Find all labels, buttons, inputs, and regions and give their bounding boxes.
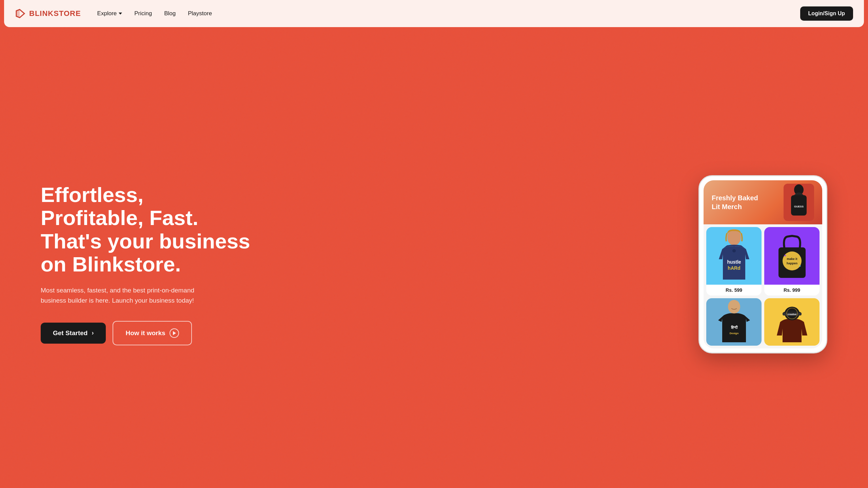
play-triangle xyxy=(173,331,176,335)
svg-point-13 xyxy=(728,300,740,313)
arrow-right-icon: › xyxy=(92,329,94,337)
navbar-left: BLINKSTORE Explore Pricing Blog Playstor… xyxy=(15,8,212,19)
hero-section: Effortless, Profitable, Fast. That's you… xyxy=(0,27,868,488)
product-price-1: Rs. 599 xyxy=(706,285,762,296)
product-card-4: creative xyxy=(764,298,820,346)
hero-buttons: Get Started › How it works xyxy=(41,321,251,345)
svg-text:creative: creative xyxy=(787,313,796,316)
svg-text:hARd: hARd xyxy=(728,265,740,271)
hero-subtext: Most seamless, fastest, and the best pri… xyxy=(41,285,203,306)
svg-point-4 xyxy=(732,249,736,252)
cap-product-icon: creative xyxy=(770,298,814,346)
phone-mockup: Freshly BakedLit Merch GUESS xyxy=(698,175,827,353)
nav-item-pricing[interactable]: Pricing xyxy=(134,10,152,17)
hoodie-silhouette-icon: GUESS xyxy=(784,184,814,221)
banner-figure: GUESS xyxy=(784,184,814,221)
nav-item-blog[interactable]: Blog xyxy=(164,10,176,17)
playstore-link[interactable]: Playstore xyxy=(188,10,212,17)
product-card-3: हिन्दी Design xyxy=(706,298,762,346)
svg-text:✦: ✦ xyxy=(799,265,801,268)
chevron-down-icon xyxy=(119,13,122,15)
product-price-2: Rs. 999 xyxy=(764,285,820,296)
logo[interactable]: BLINKSTORE xyxy=(15,8,81,19)
tote-bag-product-icon: make it happen ✦ ✦ xyxy=(770,227,814,285)
phone-banner: Freshly BakedLit Merch GUESS xyxy=(704,180,822,224)
svg-text:make it: make it xyxy=(787,257,797,261)
product-image-3: हिन्दी Design xyxy=(706,298,762,346)
navbar: BLINKSTORE Explore Pricing Blog Playstor… xyxy=(4,0,864,27)
nav-item-explore[interactable]: Explore xyxy=(97,10,122,17)
hoodie-product-icon: hustle hARd xyxy=(712,227,756,285)
phone-mockup-container: Freshly BakedLit Merch GUESS xyxy=(698,175,827,353)
phone-screen: Freshly BakedLit Merch GUESS xyxy=(704,180,822,348)
product-image-1: hustle hARd xyxy=(706,227,762,285)
explore-link[interactable]: Explore xyxy=(97,10,122,17)
nav-item-playstore[interactable]: Playstore xyxy=(188,10,212,17)
nav-links: Explore Pricing Blog Playstore xyxy=(97,10,212,17)
blinkstore-logo-icon xyxy=(15,8,26,19)
product-image-4: creative xyxy=(764,298,820,346)
logo-text: BLINKSTORE xyxy=(29,9,81,18)
pricing-link[interactable]: Pricing xyxy=(134,10,152,17)
tshirt-product-icon: हिन्दी Design xyxy=(712,298,756,346)
hero-content: Effortless, Profitable, Fast. That's you… xyxy=(41,183,251,345)
product-image-2: make it happen ✦ ✦ xyxy=(764,227,820,285)
svg-text:hustle: hustle xyxy=(727,259,741,265)
product-card-2: make it happen ✦ ✦ Rs. 999 xyxy=(764,227,820,296)
product-card-1: hustle hARd Rs. 599 xyxy=(706,227,762,296)
get-started-button[interactable]: Get Started › xyxy=(41,323,106,344)
svg-text:happen: happen xyxy=(786,262,797,265)
hero-headline: Effortless, Profitable, Fast. That's you… xyxy=(41,183,251,276)
product-grid: hustle hARd Rs. 599 xyxy=(704,227,822,348)
svg-text:Design: Design xyxy=(729,332,738,335)
svg-text:GUESS: GUESS xyxy=(794,205,804,208)
blog-link[interactable]: Blog xyxy=(164,10,176,17)
svg-text:✦: ✦ xyxy=(784,254,787,258)
banner-text: Freshly BakedLit Merch xyxy=(712,194,758,211)
how-it-works-button[interactable]: How it works xyxy=(113,321,192,345)
play-icon xyxy=(170,328,179,338)
svg-text:हिन्दी: हिन्दी xyxy=(730,325,738,329)
login-signup-button[interactable]: Login/Sign Up xyxy=(800,6,853,21)
